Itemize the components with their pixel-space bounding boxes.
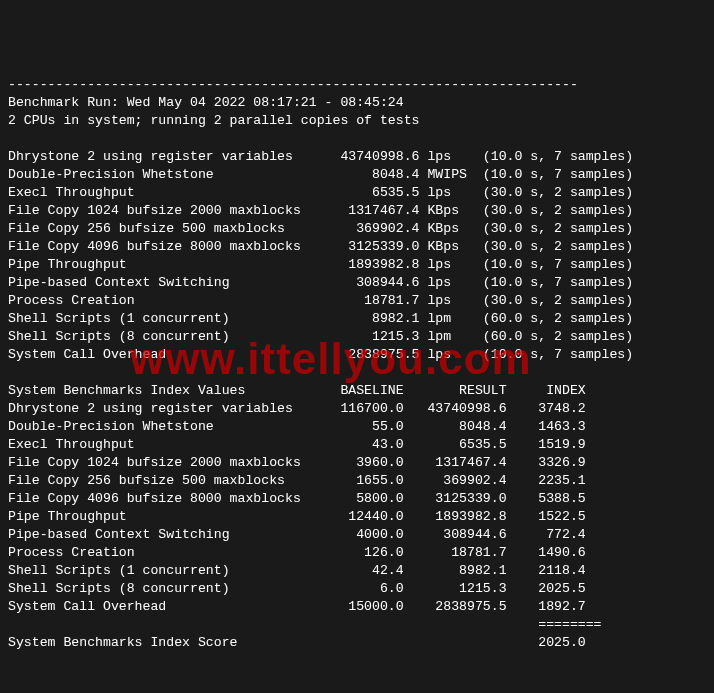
benchmark-output: ----------------------------------------… bbox=[8, 76, 706, 693]
